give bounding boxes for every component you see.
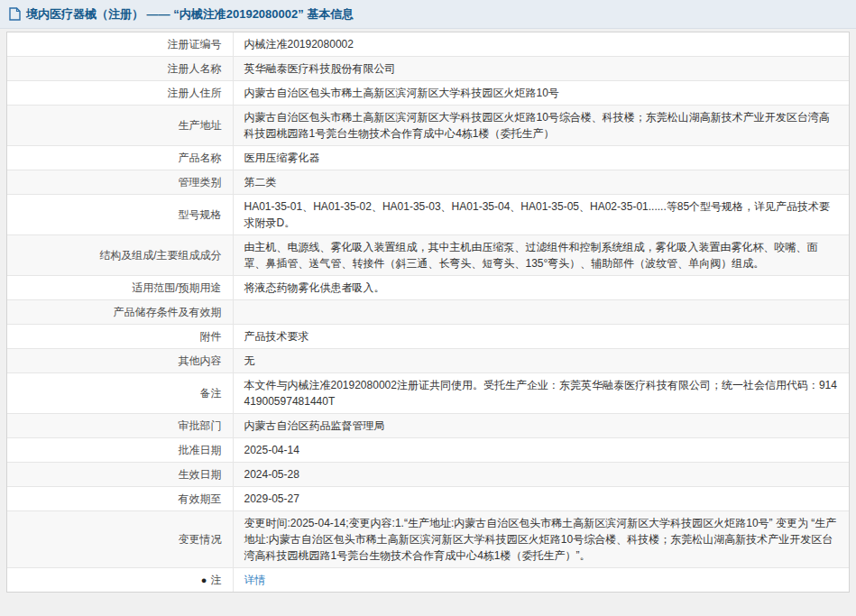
- row-label: 产品储存条件及有效期: [7, 300, 233, 325]
- table-row: 审批部门 内蒙古自治区药品监督管理局: [7, 414, 849, 438]
- table-row: 产品名称 医用压缩雾化器: [7, 146, 849, 170]
- row-label: 产品名称: [7, 146, 233, 170]
- row-value: 2025-04-14: [233, 438, 849, 463]
- table-row: 注册人住所 内蒙古自治区包头市稀土高新区滨河新区大学科技园区火炬路10号: [7, 81, 849, 106]
- row-label: 注册证编号: [7, 32, 233, 57]
- row-value: 2024-05-28: [233, 463, 849, 487]
- row-label: 注册人住所: [7, 81, 233, 106]
- row-label: 结构及组成/主要组成成分: [7, 235, 233, 276]
- row-value: 详情: [233, 568, 849, 593]
- row-label: 其他内容: [7, 349, 233, 373]
- row-value: 由主机、电源线、雾化吸入装置组成，其中主机由压缩泵、过滤组件和控制系统组成，雾化…: [233, 235, 849, 276]
- table-row: 注册证编号 内械注准20192080002: [7, 32, 849, 57]
- row-value: 医用压缩雾化器: [233, 146, 849, 170]
- row-value: 第二类: [233, 170, 849, 195]
- row-label: 审批部门: [7, 414, 233, 438]
- row-label: 管理类别: [7, 170, 233, 195]
- row-value: 内蒙古自治区包头市稀土高新区滨河新区大学科技园区火炬路10号: [233, 81, 849, 106]
- table-row: 管理类别 第二类: [7, 170, 849, 195]
- row-value: 内蒙古自治区包头市稀土高新区滨河新区大学科技园区火炬路10号综合楼、科技楼；东莞…: [233, 106, 849, 146]
- table-row-note: ●注 详情: [7, 568, 849, 593]
- detail-link[interactable]: 详情: [244, 574, 266, 586]
- row-value: 无: [233, 349, 849, 373]
- row-label: 型号规格: [7, 195, 233, 235]
- table-row: 注册人名称 英华融泰医疗科技股份有限公司: [7, 57, 849, 81]
- table-row: 生效日期 2024-05-28: [7, 463, 849, 487]
- row-label: 备注: [7, 373, 233, 414]
- row-label: 附件: [7, 325, 233, 349]
- row-label: 有效期至: [7, 487, 233, 511]
- table-row: 备注 本文件与内械注准20192080002注册证共同使用。受托生产企业：东莞英…: [7, 373, 849, 414]
- table-row: 附件 产品技术要求: [7, 325, 849, 349]
- info-table-container: 注册证编号 内械注准20192080002 注册人名称 英华融泰医疗科技股份有限…: [6, 32, 850, 593]
- table-row: 其他内容 无: [7, 349, 849, 373]
- table-row: 结构及组成/主要组成成分 由主机、电源线、雾化吸入装置组成，其中主机由压缩泵、过…: [7, 235, 849, 276]
- row-value: 将液态药物雾化供患者吸入。: [233, 276, 849, 300]
- table-row: 产品储存条件及有效期: [7, 300, 849, 325]
- page-title: 境内医疗器械（注册） —— “内械注准20192080002” 基本信息: [26, 6, 354, 23]
- table-row: 适用范围/预期用途 将液态药物雾化供患者吸入。: [7, 276, 849, 300]
- table-row: 型号规格 HA01-35-01、HA01-35-02、HA01-35-03、HA…: [7, 195, 849, 235]
- row-value: 变更时间:2025-04-14;变更内容:1.“生产地址:内蒙古自治区包头市稀土…: [233, 511, 849, 568]
- table-row: 生产地址 内蒙古自治区包头市稀土高新区滨河新区大学科技园区火炬路10号综合楼、科…: [7, 106, 849, 146]
- row-value: 2029-05-27: [233, 487, 849, 511]
- row-value: 内械注准20192080002: [233, 32, 849, 57]
- info-table: 注册证编号 内械注准20192080002 注册人名称 英华融泰医疗科技股份有限…: [7, 32, 849, 592]
- row-label: 变更情况: [7, 511, 233, 568]
- row-value: 内蒙古自治区药品监督管理局: [233, 414, 849, 438]
- row-value: HA01-35-01、HA01-35-02、HA01-35-03、HA01-35…: [233, 195, 849, 235]
- row-value: 本文件与内械注准20192080002注册证共同使用。受托生产企业：东莞英华融泰…: [233, 373, 849, 414]
- document-icon: [9, 7, 21, 21]
- row-value: 英华融泰医疗科技股份有限公司: [233, 57, 849, 81]
- note-label: 注: [211, 574, 222, 586]
- row-label: 注册人名称: [7, 57, 233, 81]
- page-header: 境内医疗器械（注册） —— “内械注准20192080002” 基本信息: [0, 0, 856, 29]
- row-value: [233, 300, 849, 325]
- note-icon: ●: [201, 575, 207, 585]
- row-value: 产品技术要求: [233, 325, 849, 349]
- row-label: 生产地址: [7, 106, 233, 146]
- table-row: 有效期至 2029-05-27: [7, 487, 849, 511]
- row-label: ●注: [7, 568, 233, 593]
- table-row: 批准日期 2025-04-14: [7, 438, 849, 463]
- row-label: 适用范围/预期用途: [7, 276, 233, 300]
- row-label: 批准日期: [7, 438, 233, 463]
- table-row: 变更情况 变更时间:2025-04-14;变更内容:1.“生产地址:内蒙古自治区…: [7, 511, 849, 568]
- row-label: 生效日期: [7, 463, 233, 487]
